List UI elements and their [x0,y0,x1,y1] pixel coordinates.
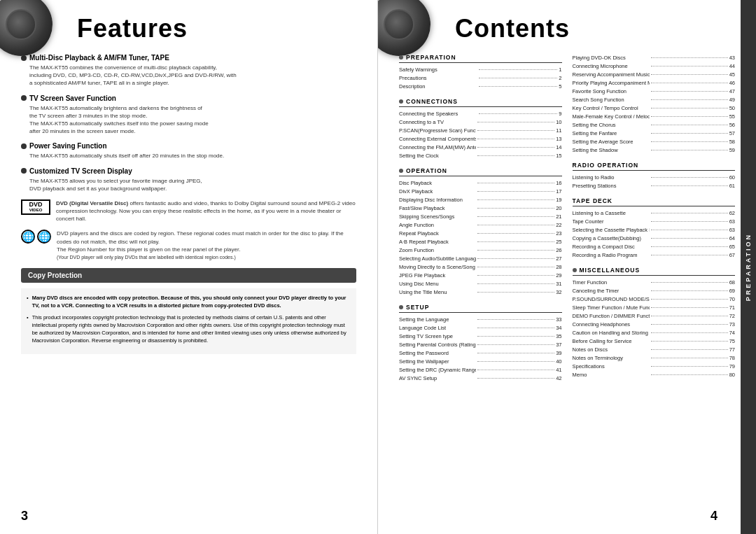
bullet-icon [21,95,27,101]
toc-section-setup: SETUP Setting the Language33 Language Co… [399,304,562,383]
toc-item: A·B Repeat Playback25 [399,238,562,246]
toc-item: Priority Playing Accompaniment Music46 [573,79,736,87]
toc-item: Reserving Accompaniment Music45 [573,71,736,79]
toc-item: Notes on Discs77 [573,346,736,354]
copy-protection-bullet-1: Many DVD discs are encoded with copy pro… [27,294,351,310]
feature-multi-disc: Multi-Disc Playback & AM/FM Tuner, TAPE … [21,54,356,87]
toc-item: JPEG File Playback29 [399,272,562,280]
toc-section-miscellaneous: MISCELLANEOUS Timer Function68 Canceling… [573,267,736,379]
speaker-icon-left [0,0,52,56]
toc-item: Listening to a Cassette62 [573,209,736,218]
toc-item: P.SOUND/SURROUND MODE/SOUND MODE Functio… [573,295,736,304]
copy-protection-content: Many DVD discs are encoded with copy pro… [21,288,356,354]
toc-section-radio: RADIO OPERATION Listening to Radio60 Pre… [573,162,736,190]
feature-multi-disc-text: The MAX-KT55 combines the convenience of… [21,64,356,87]
contents-page: PREPARATION Contents PREPARATION Safety … [378,0,756,534]
feature-customized-tv-text: The MAX-KT55 allows you to select your f… [21,177,356,192]
toc-item: Specifications79 [573,363,736,371]
dvd-logo: DVD VIDEO [21,199,50,215]
contents-header: Contents [399,14,735,43]
toc-item: Recording a Radio Program67 [573,251,736,260]
toc-item: Copying a Cassette(Dubbing)64 [573,234,736,243]
dvd-text: DVD (Digital Versatile Disc) offers fant… [56,199,356,223]
toc-item: Connecting to a TV10 [399,118,562,127]
toc-item: Listening to Radio60 [573,174,736,182]
bullet-icon [21,168,27,174]
toc-item: Connecting the Speakers9 [399,110,562,118]
contents-columns: PREPARATION Safety Warnings 1 Precaution… [399,54,735,390]
toc-item: Selecting the Cassette Playback Mode63 [573,226,736,234]
copy-protection-section: Copy Protection Many DVD discs are encod… [21,268,356,354]
contents-col-right: Playing DVD-OK Discs43 Connecting Microp… [573,54,736,390]
toc-item: Setting TV Screen type35 [399,332,562,341]
toc-item-description: Description 5 [399,83,562,91]
toc-item: Search Song Function49 [573,96,736,104]
toc-item: Setting the Shadow59 [573,146,736,155]
toc-item: Fast/Slow Playback20 [399,204,562,213]
toc-item: P.SCAN(Progressive Scan) Function11 [399,127,562,135]
contents-col-left: PREPARATION Safety Warnings 1 Precaution… [399,54,562,390]
globe-icon-2: 🌐 [37,230,51,244]
toc-item-safety: Safety Warnings 1 [399,66,562,74]
toc-section-radio-header: RADIO OPERATION [573,162,736,171]
toc-section-connections-title: CONNECTIONS [406,98,458,105]
feature-power-saving-text: The MAX-KT55 automatically shuts itself … [21,152,356,160]
toc-item: Setting the Wallpaper40 [399,358,562,366]
copy-protection-text-2: This product incorporates copyright prot… [32,314,351,345]
toc-section-preparation-title: PREPARATION [406,54,456,61]
feature-multi-disc-title: Multi-Disc Playback & AM/FM Tuner, TAPE [21,54,356,62]
feature-power-saving-title: Power Saving Function [21,142,356,150]
bullet-icon [399,55,403,59]
toc-item: Notes on Terminology78 [573,354,736,363]
toc-section-tape-deck: TAPE DECK Listening to a Cassette62 Tape… [573,197,736,260]
feature-customized-tv: Customized TV Screen Display The MAX-KT5… [21,167,356,192]
bullet-icon [399,305,403,309]
toc-item: Favorite Song Function47 [573,87,736,96]
toc-item: Key Control / Tempo Control50 [573,104,736,113]
bullet-icon [399,169,403,173]
bullet-icon [21,143,27,149]
toc-section-miscellaneous-title: MISCELLANEOUS [580,267,640,274]
toc-item: Recording a Compact Disc65 [573,243,736,251]
toc-item: Canceling the Timer69 [573,287,736,295]
toc-item: Repeat Playback23 [399,230,562,238]
toc-item: DEMO Function / DIMMER Function72 [573,312,736,321]
toc-section-miscellaneous-header: MISCELLANEOUS [573,267,736,276]
toc-item: Connecting the FM,AM(MW) Antennas14 [399,143,562,152]
toc-item: Connecting Headphones73 [573,321,736,329]
contents-title: Contents [455,14,570,43]
toc-item: Setting the Password39 [399,349,562,358]
toc-item: Connecting External Components13 [399,135,562,143]
feature-power-saving: Power Saving Function The MAX-KT55 autom… [21,142,356,160]
feature-customized-tv-title: Customized TV Screen Display [21,167,356,175]
toc-item: Setting the Fanfare57 [573,129,736,138]
globe-icon-1: 🌐 [21,230,35,244]
toc-section-radio-title: RADIO OPERATION [573,162,639,169]
toc-section-tape-deck-header: TAPE DECK [573,197,736,206]
toc-item: Timer Function68 [573,279,736,287]
toc-item: Skipping Scenes/Songs21 [399,213,562,221]
toc-item: Zoom Function26 [399,246,562,255]
toc-item: Setting the Average Score58 [573,138,736,146]
features-page: Features Multi-Disc Playback & AM/FM Tun… [0,0,378,534]
copy-protection-bullet-2: This product incorporates copyright prot… [27,314,351,345]
features-title: Features [77,14,188,43]
toc-item-precautions: Precautions 2 [399,74,562,83]
toc-item: Setting the Chorus56 [573,121,736,129]
preparation-sidebar: PREPARATION [741,0,756,534]
feature-tv-saver: TV Screen Saver Function The MAX-KT55 au… [21,94,356,136]
features-header: Features [21,14,356,43]
speaker-icon-right [378,0,430,56]
page-number-right: 4 [710,509,718,524]
copy-protection-text-1: Many DVD discs are encoded with copy pro… [32,294,351,310]
toc-item: Sleep Timer Function / Mute Function71 [573,304,736,312]
toc-item: Presetting Stations61 [573,182,736,190]
toc-section-setup-header: SETUP [399,304,562,313]
feature-tv-saver-text: The MAX-KT55 automatically brightens and… [21,104,356,136]
toc-item: Setting the DRC (Dynamic Range Compressi… [399,366,562,374]
toc-item: Setting the Clock15 [399,152,562,160]
region-section: 🌐 🌐 DVD players and the discs are coded … [21,230,356,261]
toc-section-tape-deck-title: TAPE DECK [573,197,613,204]
contents-body: PREPARATION Safety Warnings 1 Precaution… [399,54,735,390]
toc-item: Language Code List34 [399,324,562,332]
